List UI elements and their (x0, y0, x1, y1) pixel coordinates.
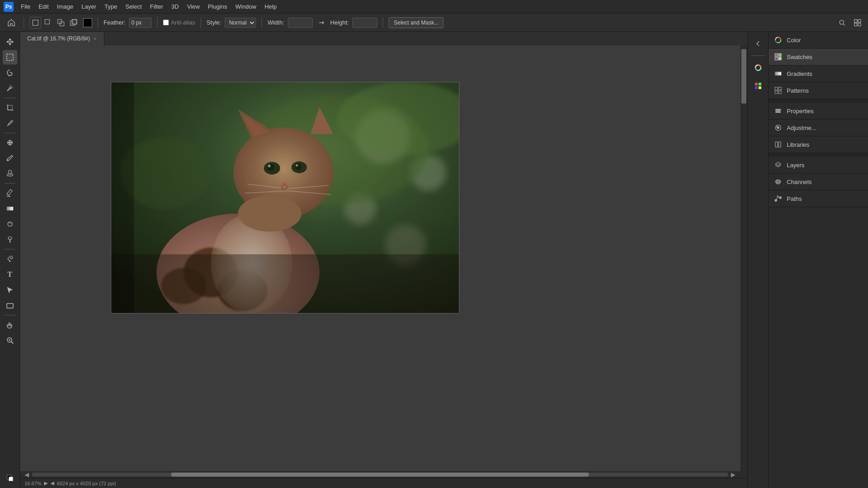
panel-strip-swatches[interactable] (750, 78, 766, 94)
layers-section-header[interactable]: Layers (769, 157, 868, 173)
properties-section-header[interactable]: Properties (769, 103, 868, 119)
tool-marquee[interactable] (3, 50, 17, 65)
panel-strip-collapse[interactable] (750, 35, 766, 52)
height-label: Height: (330, 19, 349, 26)
patterns-label: Patterns (787, 87, 809, 94)
tool-blur[interactable] (3, 217, 17, 231)
menu-select[interactable]: Select (122, 2, 145, 11)
svg-rect-9 (854, 20, 857, 22)
svg-rect-72 (759, 83, 761, 85)
feather-input[interactable] (129, 18, 152, 28)
layers-section: Layers (769, 157, 868, 174)
strip-separator (751, 55, 765, 56)
canvas-scroll-area[interactable]: ◀ ▶ (20, 45, 747, 478)
menu-edit[interactable]: Edit (35, 2, 52, 11)
svg-rect-10 (858, 20, 861, 22)
adjustments-section: Adjustme... (769, 120, 868, 136)
channels-label: Channels (787, 179, 812, 185)
tool-separator-1 (5, 98, 15, 98)
properties-icon (774, 107, 782, 115)
tool-colors[interactable] (3, 471, 17, 485)
tool-stamp[interactable] (3, 166, 17, 181)
tab-close-button[interactable]: × (94, 36, 96, 41)
patterns-section-header[interactable]: Patterns (769, 82, 868, 99)
svg-rect-80 (775, 72, 781, 75)
tool-healing[interactable] (3, 135, 17, 150)
home-button[interactable] (5, 16, 18, 30)
panel-section-gap-2 (769, 153, 868, 157)
gradients-label: Gradients (787, 70, 812, 77)
menu-window[interactable]: Window (232, 2, 260, 11)
tool-lasso[interactable] (3, 65, 17, 80)
rect-marquee-btn[interactable] (30, 17, 41, 29)
svg-rect-68 (111, 254, 459, 313)
tool-dodge[interactable] (3, 232, 17, 247)
foreground-color[interactable] (83, 18, 92, 27)
vertical-scrollbar[interactable] (740, 45, 747, 471)
panel-expanded: Color Swatches (768, 32, 868, 488)
new-selection-btn[interactable] (42, 17, 54, 29)
horizontal-scrollbar[interactable]: ◀ ▶ (20, 471, 740, 478)
tool-separator-3 (5, 183, 15, 184)
tool-eyedropper[interactable] (3, 116, 17, 130)
svg-rect-90 (775, 142, 778, 147)
layout-button[interactable] (852, 17, 863, 29)
tool-crop[interactable] (3, 100, 17, 115)
channels-section-header[interactable]: Channels (769, 174, 868, 190)
anti-alias-checkbox[interactable] (163, 20, 169, 25)
menu-3d[interactable]: 3D (168, 2, 182, 11)
height-input[interactable] (352, 18, 377, 28)
width-label: Width: (267, 19, 284, 26)
separator-5 (261, 17, 262, 28)
svg-rect-69 (111, 82, 134, 313)
menu-view[interactable]: View (183, 2, 203, 11)
svg-rect-91 (779, 142, 781, 147)
svg-rect-77 (779, 54, 781, 56)
gradients-icon (774, 70, 782, 78)
menu-layer[interactable]: Layer (78, 2, 100, 11)
canvas-image-wrapper (111, 82, 459, 314)
tool-move[interactable] (3, 35, 17, 49)
style-label: Style: (207, 19, 222, 26)
menu-image[interactable]: Image (53, 2, 77, 11)
document-tab[interactable]: Cat.tif @ 16.7% (RGB/8#) × (20, 32, 104, 45)
subtract-selection-btn[interactable] (68, 17, 79, 29)
panel-strip-color[interactable] (750, 60, 766, 76)
tab-filename: Cat.tif @ 16.7% (RGB/8#) (27, 35, 90, 42)
style-select[interactable]: Normal (225, 18, 256, 28)
tool-path-select[interactable] (3, 283, 17, 297)
tool-gradient[interactable] (3, 201, 17, 216)
gradients-section-header[interactable]: Gradients (769, 65, 868, 82)
canvas-image[interactable] (111, 82, 459, 314)
gradients-section: Gradients (769, 65, 868, 82)
add-selection-btn[interactable] (55, 17, 67, 29)
libraries-section-header[interactable]: Libraries (769, 136, 868, 153)
status-arrow-right[interactable]: ▶ (44, 480, 48, 486)
tool-brush[interactable] (3, 151, 17, 165)
svg-point-28 (8, 222, 12, 226)
menu-help[interactable]: Help (261, 2, 281, 11)
menu-filter[interactable]: Filter (146, 2, 167, 11)
tool-zoom[interactable] (3, 333, 17, 348)
swatches-section-header[interactable]: Swatches (769, 49, 868, 65)
search-button[interactable] (836, 17, 848, 29)
tool-eraser[interactable] (3, 186, 17, 200)
tool-shape[interactable] (3, 298, 17, 313)
color-section-header[interactable]: Color (769, 32, 868, 48)
select-mask-button[interactable]: Select and Mask... (389, 17, 444, 28)
tool-type[interactable]: T (3, 267, 17, 282)
paths-section-header[interactable]: Paths (769, 190, 868, 207)
menu-type[interactable]: Type (101, 2, 121, 11)
menu-bar: Ps File Edit Image Layer Type Select Fil… (0, 0, 868, 14)
swap-dimensions-btn[interactable] (316, 18, 326, 28)
menu-plugins[interactable]: Plugins (204, 2, 231, 11)
status-arrow-left[interactable]: ◀ (50, 480, 54, 486)
svg-rect-71 (755, 83, 758, 85)
adjustments-section-header[interactable]: Adjustme... (769, 120, 868, 136)
tool-magic-wand[interactable] (3, 81, 17, 95)
tool-hand[interactable] (3, 318, 17, 332)
tool-pen[interactable] (3, 252, 17, 266)
svg-rect-84 (779, 91, 781, 94)
menu-file[interactable]: File (17, 2, 34, 11)
width-input[interactable] (288, 18, 313, 28)
